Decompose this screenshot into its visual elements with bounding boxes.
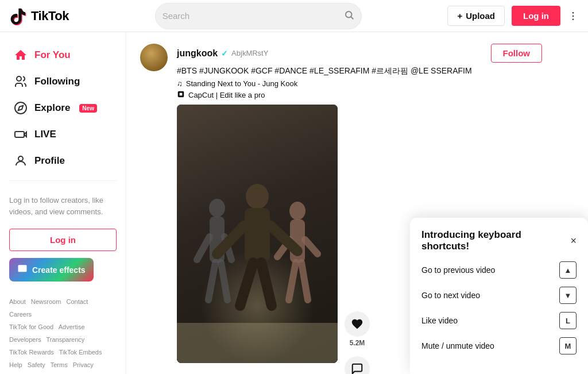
svg-point-9 [18,156,23,161]
video-thumbnail[interactable] [177,105,338,363]
comment-icon [345,356,370,374]
svg-point-2 [572,11,574,13]
compass-icon [14,101,28,115]
username-text[interactable]: jungkook [177,48,218,59]
header-login-button[interactable]: Log in [512,6,560,26]
shortcut-row-mute: Mute / unmute video M [421,337,577,354]
footer-links-row6: Creator Portal [9,371,117,374]
people-icon [14,75,28,88]
shortcut-mute-label: Mute / unmute video [421,341,494,350]
footer-links-row2: TikTok for Good Advertise [9,321,117,333]
video-inner [177,105,338,363]
svg-point-25 [246,184,269,209]
post-description: #BTS #JUNGKOOK #GCF #DANCE #LE_SSERAFIM … [177,65,542,77]
shortcut-prev-key: ▲ [559,261,577,279]
logo-text: TikTok [31,9,69,24]
sidebar-item-explore[interactable]: Explore New [5,95,121,121]
follow-button[interactable]: Follow [491,44,543,63]
upload-label: Upload [466,11,495,21]
footer-link-rewards[interactable]: TikTok Rewards [9,349,54,356]
svg-rect-31 [177,323,338,363]
live-icon [14,128,28,141]
like-icon [345,311,370,337]
video-actions: 5.2M 91.5K [345,105,370,374]
sidebar-nav: For You Following Explore New LIVE [0,43,126,173]
shortcut-row-next: Go to next video ▼ [421,287,577,304]
svg-rect-26 [245,208,270,263]
sidebar-item-profile[interactable]: Profile [5,148,121,173]
shortcuts-header: Introducing keyboard shortcuts! × [421,229,577,252]
svg-point-3 [572,15,574,17]
footer-link-privacy[interactable]: Privacy [73,361,94,368]
footer-link-advertise[interactable]: Advertise [59,323,85,330]
footer-link-terms[interactable]: Terms [51,361,68,368]
svg-rect-8 [15,132,24,137]
svg-line-30 [261,263,272,306]
create-effects-label: Create effects [32,265,86,275]
tiktok-logo[interactable]: TikTok [9,7,69,25]
following-label: Following [34,76,80,87]
shortcut-next-label: Go to next video [421,291,480,300]
svg-point-5 [17,76,21,81]
avatar-image [140,44,168,71]
shortcut-like-key: L [559,312,577,329]
header: TikTok + Upload Log in [0,0,588,32]
footer-link-newsroom[interactable]: Newsroom [31,298,61,305]
svg-line-15 [197,237,210,260]
description-text: #BTS #JUNGKOOK #GCF #DANCE #LE_SSERAFIM … [177,66,472,75]
svg-line-23 [289,263,296,300]
capcut-text[interactable]: CapCut | Edit like a pro [188,91,265,99]
footer-links-row5: Help Safety Terms Privacy [9,358,117,371]
sidebar-item-following[interactable]: Following [5,69,121,94]
footer-link-tiktokforgood[interactable]: TikTok for Good [9,323,53,330]
footer-links-row3: Developers Transparency [9,333,117,346]
close-icon: × [570,235,577,246]
footer-link-about[interactable]: About [9,298,26,305]
svg-marker-7 [18,106,23,110]
svg-line-29 [240,263,253,306]
explore-badge: New [79,104,97,113]
svg-point-13 [209,199,225,217]
search-bar [155,3,362,29]
music-text[interactable]: Standing Next to You - Jung Kook [186,79,297,88]
shortcuts-panel: Introducing keyboard shortcuts! × Go to … [410,218,588,374]
sidebar: For You Following Explore New LIVE [0,32,126,374]
footer-link-embeds[interactable]: TikTok Embeds [59,349,102,356]
post-username: jungkook ✓ AbjkMRstY [177,48,268,59]
login-prompt: Log in to follow creators, like videos, … [0,188,126,224]
sidebar-item-for-you[interactable]: For You [5,43,121,68]
like-action[interactable]: 5.2M [345,311,370,347]
sidebar-footer: About Newsroom Contact Careers TikTok fo… [0,288,126,374]
close-shortcuts-button[interactable]: × [570,235,577,247]
sidebar-divider [9,180,117,181]
shortcut-row-prev: Go to previous video ▲ [421,261,577,279]
comment-action[interactable]: 91.5K [345,356,370,374]
svg-point-6 [15,102,26,114]
sidebar-login-button[interactable]: Log in [9,229,117,251]
shortcut-mute-key: M [559,337,577,354]
profile-label: Profile [34,155,65,167]
verified-icon: ✓ [221,49,228,58]
header-left: TikTok [9,7,69,25]
search-input[interactable] [163,11,344,21]
footer-link-safety[interactable]: Safety [28,361,45,368]
shortcut-row-like: Like video L [421,312,577,329]
search-icon[interactable] [344,10,354,22]
footer-link-transparency[interactable]: Transparency [47,336,85,343]
upload-button[interactable]: + Upload [447,6,505,26]
shortcuts-title: Introducing keyboard shortcuts! [421,229,570,252]
footer-link-contact[interactable]: Contact [66,298,88,305]
post-capcut: CapCut | Edit like a pro [177,90,542,100]
footer-link-help[interactable]: Help [9,361,22,368]
create-effects-button[interactable]: Create effects [9,258,94,282]
footer-links-row1: About Newsroom Contact Careers [9,295,117,321]
post-avatar[interactable] [140,44,168,71]
sidebar-item-live[interactable]: LIVE [5,122,121,147]
footer-link-careers[interactable]: Careers [9,311,32,318]
home-icon [14,48,28,62]
svg-line-24 [301,263,308,300]
more-options-button[interactable] [567,10,579,22]
post-handle: AbjkMRstY [231,49,268,57]
svg-line-18 [221,263,227,300]
footer-link-developers[interactable]: Developers [9,336,41,343]
